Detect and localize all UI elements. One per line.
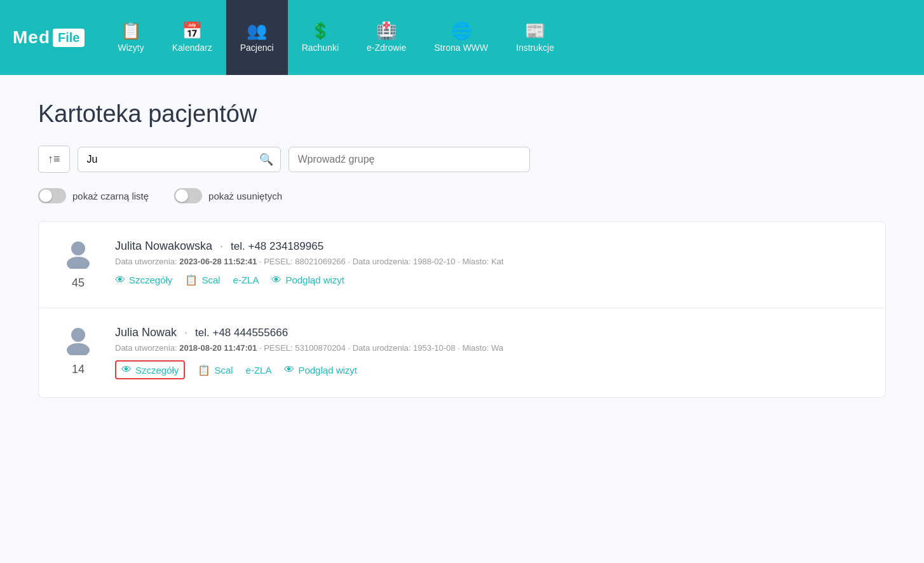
patient-info: Julita Nowakowska · tel. +48 234189965 D…	[115, 240, 865, 286]
svg-point-0	[71, 241, 85, 255]
action-podglad-btn[interactable]: 👁Podgląd wizyt	[271, 275, 344, 286]
action-podglad-label: Podgląd wizyt	[285, 275, 344, 285]
nav-items: 📋Wizyty📅Kalendarz👥Pacjenci💲Rachunki🏥e-Zd…	[104, 0, 911, 75]
sort-button[interactable]: ↑≡	[38, 146, 70, 173]
avatar-person-icon	[65, 326, 92, 359]
nav-label-kalendarz: Kalendarz	[172, 43, 212, 53]
patient-card: 14 Julia Nowak · tel. +48 444555666 Data…	[38, 308, 886, 398]
rachunki-nav-icon: 💲	[310, 22, 330, 39]
action-szczegoly-btn[interactable]: 👁Szczegóły	[115, 275, 172, 286]
search-row: ↑≡ 🔍	[38, 146, 886, 173]
patient-visit-count: 45	[72, 276, 85, 290]
patient-name-line: Julita Nowakowska · tel. +48 234189965	[115, 240, 865, 253]
podglad-action-icon: 👁	[271, 275, 282, 286]
nav-item-pacjenci[interactable]: 👥Pacjenci	[226, 0, 288, 75]
action-podglad-label: Podgląd wizyt	[298, 365, 357, 376]
patient-separator: ·	[220, 240, 223, 253]
nav-item-strona-www[interactable]: 🌐Strona WWW	[420, 0, 502, 75]
patient-phone: tel. +48 444555666	[195, 327, 288, 339]
patient-meta: Data utworzenia: 2023-06-28 11:52:41 · P…	[115, 257, 865, 266]
action-scal-label: Scal	[214, 365, 233, 376]
logo-med-text: Med	[13, 27, 50, 48]
patient-name: Julia Nowak	[115, 326, 177, 339]
patient-phone: tel. +48 234189965	[231, 240, 323, 253]
nav-label-pacjenci: Pacjenci	[240, 43, 274, 53]
patient-list: 45 Julita Nowakowska · tel. +48 23418996…	[38, 221, 886, 398]
action-ezla-btn[interactable]: e-ZLA	[233, 275, 259, 285]
szczegoly-action-icon: 👁	[115, 275, 125, 286]
patient-meta: Data utworzenia: 2018-08-20 11:47:01 · P…	[115, 343, 865, 353]
svg-point-3	[67, 343, 90, 355]
action-ezla-btn[interactable]: e-ZLA	[246, 365, 272, 376]
szczegoly-action-icon: 👁	[121, 364, 132, 376]
nav-item-instrukcje[interactable]: 📰Instrukcje	[502, 0, 568, 75]
strona-www-nav-icon: 🌐	[451, 22, 472, 39]
toggle-item-czarna-lista: pokaż czarną listę	[38, 188, 149, 203]
nav-item-wizyty[interactable]: 📋Wizyty	[104, 0, 158, 75]
toggle-switch-czarna-lista[interactable]	[38, 188, 66, 203]
instrukcje-nav-icon: 📰	[525, 22, 545, 39]
svg-point-2	[71, 328, 85, 342]
action-szczegoly-label: Szczegóły	[129, 275, 172, 285]
logo[interactable]: Med File	[13, 27, 85, 48]
patient-info: Julia Nowak · tel. +48 444555666 Data ut…	[115, 326, 865, 379]
scal-action-icon: 📋	[185, 274, 198, 286]
nav-item-rachunki[interactable]: 💲Rachunki	[288, 0, 353, 75]
podglad-action-icon: 👁	[284, 364, 294, 376]
svg-point-1	[67, 257, 90, 269]
patient-avatar: 45	[59, 240, 97, 290]
e-zdrowie-nav-icon: 🏥	[376, 22, 397, 39]
action-podglad-btn[interactable]: 👁Podgląd wizyt	[284, 364, 357, 376]
nav-label-rachunki: Rachunki	[302, 43, 339, 53]
search-input[interactable]	[78, 147, 281, 172]
logo-file-text: File	[53, 29, 85, 47]
toggle-switch-usunieci[interactable]	[174, 188, 202, 203]
action-ezla-label: e-ZLA	[246, 365, 272, 376]
pacjenci-nav-icon: 👥	[247, 22, 267, 39]
nav-label-wizyty: Wizyty	[118, 43, 144, 53]
toggle-item-usunieci: pokaż usuniętych	[174, 188, 282, 203]
toggle-row: pokaż czarną listę pokaż usuniętych	[38, 188, 886, 203]
search-input-wrap: 🔍	[78, 147, 281, 172]
navigation: Med File 📋Wizyty📅Kalendarz👥Pacjenci💲Rach…	[0, 0, 924, 75]
patient-name: Julita Nowakowska	[115, 240, 212, 253]
scal-action-icon: 📋	[198, 364, 210, 376]
action-szczegoly-label: Szczegóły	[135, 365, 179, 376]
action-scal-btn[interactable]: 📋Scal	[198, 364, 233, 376]
toggle-label-usunieci: pokaż usuniętych	[208, 191, 282, 201]
patient-visit-count: 14	[72, 363, 85, 376]
kalendarz-nav-icon: 📅	[182, 22, 202, 39]
nav-label-instrukcje: Instrukcje	[516, 43, 554, 53]
avatar-person-icon	[65, 240, 92, 273]
patient-actions: 👁Szczegóły📋Scale-ZLA👁Podgląd wizyt	[115, 360, 865, 379]
nav-label-strona-www: Strona WWW	[434, 43, 488, 53]
patient-avatar: 14	[59, 326, 97, 376]
nav-label-e-zdrowie: e-Zdrowie	[367, 43, 406, 53]
toggle-label-czarna-lista: pokaż czarną listę	[72, 191, 149, 201]
patient-separator: ·	[184, 326, 187, 339]
patient-actions: 👁Szczegóły📋Scale-ZLA👁Podgląd wizyt	[115, 274, 865, 286]
patient-card: 45 Julita Nowakowska · tel. +48 23418996…	[38, 221, 886, 308]
patient-name-line: Julia Nowak · tel. +48 444555666	[115, 326, 865, 339]
search-icon[interactable]: 🔍	[259, 153, 273, 166]
wizyty-nav-icon: 📋	[121, 22, 141, 39]
action-scal-btn[interactable]: 📋Scal	[185, 274, 220, 286]
page-title: Kartoteka pacjentów	[38, 100, 886, 128]
main-content: Kartoteka pacjentów ↑≡ 🔍 pokaż czarną li…	[0, 75, 924, 563]
action-scal-label: Scal	[201, 275, 220, 285]
action-ezla-label: e-ZLA	[233, 275, 259, 285]
nav-item-kalendarz[interactable]: 📅Kalendarz	[158, 0, 226, 75]
action-szczegoly-btn[interactable]: 👁Szczegóły	[115, 360, 185, 379]
group-input[interactable]	[289, 147, 530, 172]
nav-item-e-zdrowie[interactable]: 🏥e-Zdrowie	[353, 0, 420, 75]
